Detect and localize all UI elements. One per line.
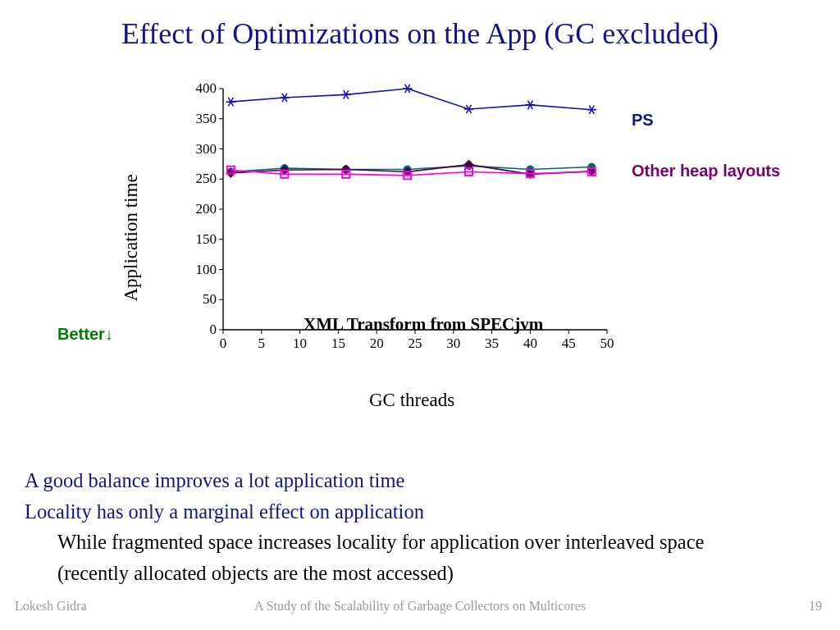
bullet-2-sub-2: (recently allocated objects are the most…	[57, 559, 812, 588]
svg-text:250: 250	[196, 171, 217, 186]
svg-text:150: 150	[196, 231, 217, 247]
svg-text:200: 200	[196, 201, 217, 217]
footer: Lokesh Gidra A Study of the Scalability …	[0, 599, 840, 619]
svg-text:50: 50	[600, 336, 614, 351]
svg-text:400: 400	[196, 82, 217, 96]
slide: Effect of Optimizations on the App (GC e…	[0, 0, 840, 630]
svg-text:300: 300	[196, 141, 217, 157]
svg-text:350: 350	[196, 111, 217, 126]
bullet-2-sub-1: While fragmented space increases localit…	[57, 527, 812, 557]
svg-text:20: 20	[370, 336, 384, 351]
svg-text:10: 10	[293, 336, 307, 351]
svg-text:50: 50	[203, 291, 217, 307]
bullet-1: A good balance improves a lot applicatio…	[25, 466, 812, 495]
chart-inner-title: XML Transform from SPECjvm	[304, 314, 543, 335]
svg-text:5: 5	[258, 336, 266, 351]
svg-text:100: 100	[196, 262, 217, 277]
footer-page-number: 19	[809, 599, 822, 614]
svg-text:30: 30	[446, 336, 460, 351]
footer-title: A Study of the Scalability of Garbage Co…	[0, 599, 840, 614]
svg-text:25: 25	[409, 336, 422, 351]
svg-text:0: 0	[220, 336, 227, 351]
svg-text:0: 0	[210, 322, 217, 337]
chart-area: Better↓ Application time GC threads PS O…	[57, 74, 796, 410]
svg-text:40: 40	[523, 336, 537, 351]
bullet-list: A good balance improves a lot applicatio…	[25, 466, 812, 587]
series-label-ps: PS	[632, 111, 654, 130]
y-axis-label: Application time	[121, 174, 142, 301]
svg-text:45: 45	[562, 336, 576, 351]
slide-title: Effect of Optimizations on the App (GC e…	[0, 16, 840, 51]
svg-text:15: 15	[331, 336, 345, 351]
x-axis-label: GC threads	[369, 390, 454, 411]
bullet-2: Locality has only a marginal effect on a…	[25, 497, 812, 527]
series-label-other: Other heap layouts	[632, 162, 780, 180]
svg-text:35: 35	[485, 336, 499, 351]
better-direction-label: Better↓	[57, 325, 113, 344]
